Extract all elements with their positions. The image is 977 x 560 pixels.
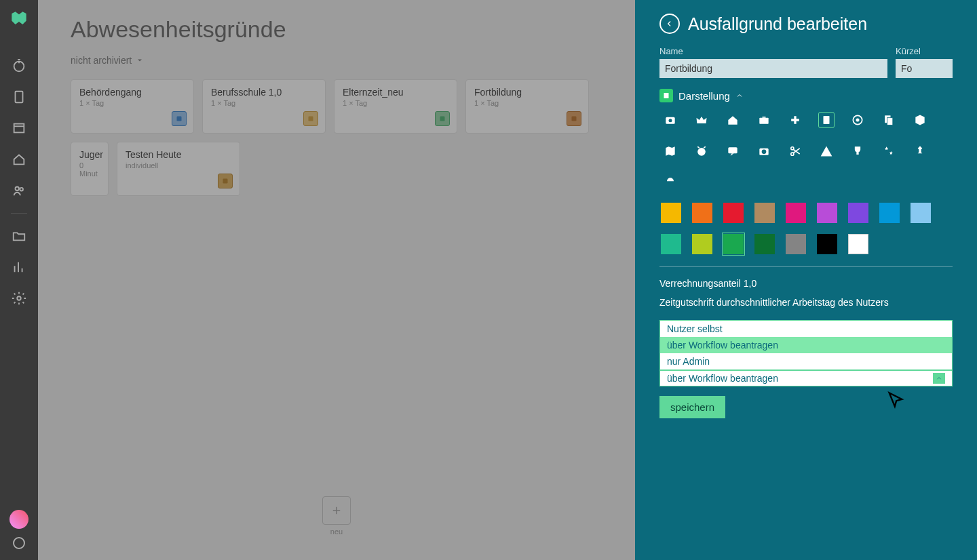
color-swatch[interactable] [848,234,868,254]
nav-gear-icon[interactable] [12,291,26,306]
chevron-up-icon [735,92,744,100]
color-swatch[interactable] [848,203,868,223]
reason-card[interactable]: Behördengang1 × Tag [71,79,194,134]
color-swatch[interactable] [911,203,931,223]
panel-divider [659,266,953,267]
color-swatch[interactable] [754,234,775,254]
svg-rect-15 [759,118,768,124]
filter-dropdown[interactable]: nicht archiviert [71,55,602,66]
color-swatch[interactable] [879,203,900,223]
color-swatch[interactable] [754,203,775,223]
pin-icon[interactable] [912,143,928,159]
alarm-icon[interactable] [693,143,710,159]
nav-timer-icon[interactable] [12,58,26,73]
color-swatch[interactable] [817,203,837,223]
svg-point-26 [791,153,794,155]
nav-chart-icon[interactable] [12,260,26,275]
card-badge-icon [172,111,187,126]
card-subtitle: 1 × Tag [474,99,580,107]
box-icon[interactable] [912,112,928,128]
reason-card[interactable]: Berufsschule 1,01 × Tag [202,79,326,134]
svg-point-24 [762,150,767,155]
dropdown-option[interactable]: nur Admin [660,353,952,369]
display-toggle[interactable]: Darstellung [659,89,953,102]
user-avatar[interactable] [9,510,28,529]
name-input[interactable] [659,59,887,78]
dropdown-option[interactable]: über Workflow beantragen [660,337,952,353]
svg-rect-12 [664,93,669,98]
card-subtitle: 1 × Tag [79,99,185,107]
svg-point-21 [697,148,706,156]
home-icon[interactable] [725,112,741,128]
display-label: Darstellung [678,90,730,102]
chat-icon[interactable] [725,143,741,159]
app-logo [8,8,30,30]
filter-label: nicht archiviert [71,55,132,66]
reason-card[interactable]: Fortbildung1 × Tag [465,79,589,134]
svg-rect-2 [14,124,24,133]
svg-point-14 [669,119,672,122]
nav-users-icon[interactable] [12,183,26,198]
dropdown-option[interactable]: Nutzer selbst [660,321,952,337]
new-button[interactable] [322,496,351,525]
beach-icon[interactable] [662,174,678,191]
new-card-container: neu [322,496,351,536]
stars-icon[interactable] [881,143,897,159]
left-sidebar [0,0,38,560]
svg-point-18 [856,119,860,122]
icon-selector [659,112,953,191]
photo-icon[interactable] [756,143,772,159]
edit-panel: Ausfallgrund bearbeiten Name Kürzel Dars… [635,0,977,560]
svg-rect-8 [309,117,313,121]
reason-card[interactable]: Elternzeit_neu1 × Tag [334,79,457,134]
chevron-down-icon [136,56,144,64]
svg-rect-22 [728,147,737,153]
save-button[interactable]: speichern [659,396,725,418]
chevron-up-icon [933,373,945,384]
color-swatch[interactable] [661,234,681,254]
card-title: Fortbildung [474,87,580,98]
svg-rect-1 [16,92,23,103]
target-icon[interactable] [849,112,866,128]
kurzel-input[interactable] [896,59,953,78]
svg-rect-9 [440,117,445,121]
nav-home-icon[interactable] [12,152,26,167]
reason-card[interactable]: Testen Heuteindividuell [117,142,240,196]
kurzel-label: Kürzel [896,46,953,56]
verrechnungsanteil-row[interactable]: Verrechnungsanteil 1,0 [659,278,953,289]
color-swatch[interactable] [723,203,744,223]
svg-point-4 [16,187,20,191]
plus-icon[interactable] [787,112,803,128]
card-subtitle: 1 × Tag [211,99,317,107]
back-button[interactable] [659,14,680,34]
color-swatch[interactable] [661,203,681,223]
color-swatch[interactable] [817,234,837,254]
color-swatch[interactable] [692,234,712,254]
map-icon[interactable] [662,143,678,159]
card-title: Testen Heute [126,149,231,160]
nav-document-icon[interactable] [12,89,26,104]
card-subtitle: 1 × Tag [343,99,448,107]
zeitgutschrift-row[interactable]: Zeitgutschrift durchschnittlicher Arbeit… [659,297,953,308]
nav-window-icon[interactable] [12,121,26,136]
camera-icon[interactable] [662,112,678,128]
trophy-icon[interactable] [849,143,866,159]
color-swatch[interactable] [786,234,806,254]
nav-folder-icon[interactable] [12,228,26,243]
color-swatch[interactable] [692,203,712,223]
book-select-icon[interactable] [818,112,835,128]
dropdown-current[interactable]: über Workflow beantragen [659,370,953,386]
card-title: Elternzeit_neu [343,87,448,98]
svg-point-25 [791,147,794,150]
color-selector [659,203,953,254]
warning-icon[interactable] [818,143,835,159]
scissors-icon[interactable] [787,143,803,159]
reload-icon[interactable] [13,537,25,549]
briefcase-icon[interactable] [756,112,772,128]
reason-card[interactable]: Juger0 Minut [71,142,109,196]
color-swatch[interactable] [786,203,806,223]
documents-icon[interactable] [881,112,897,128]
cards-grid: Behördengang1 × TagBerufsschule 1,01 × T… [71,79,602,196]
color-swatch[interactable] [723,234,744,254]
crown-icon[interactable] [693,112,710,128]
